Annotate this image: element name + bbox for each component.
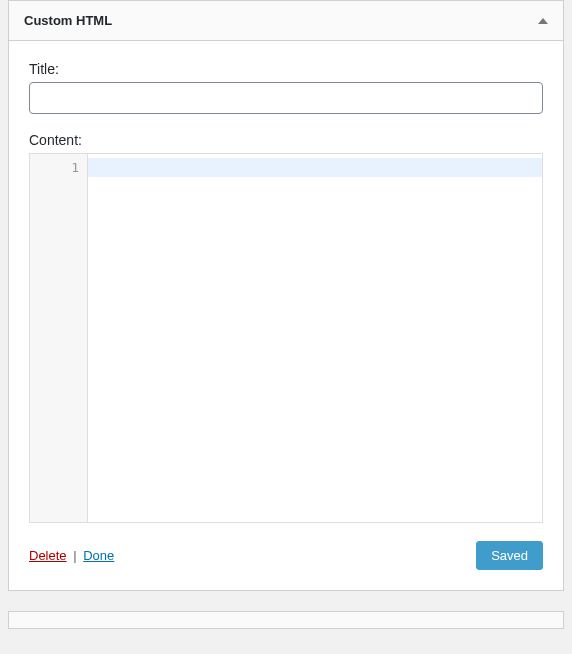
saved-button[interactable]: Saved (476, 541, 543, 570)
title-field-group: Title: (29, 61, 543, 114)
line-number: 1 (30, 158, 87, 178)
content-textarea[interactable] (88, 154, 542, 522)
done-link[interactable]: Done (83, 548, 114, 563)
widget-container: Custom HTML Title: Content: 1 Delete | (8, 0, 564, 591)
widget-body: Title: Content: 1 Delete | Done Saved (9, 41, 563, 590)
widget-footer: Delete | Done Saved (29, 541, 543, 570)
title-input[interactable] (29, 82, 543, 114)
next-widget-header[interactable] (8, 611, 564, 629)
delete-link[interactable]: Delete (29, 548, 67, 563)
widget-header[interactable]: Custom HTML (9, 1, 563, 41)
collapse-icon (538, 18, 548, 24)
footer-links: Delete | Done (29, 548, 114, 563)
title-label: Title: (29, 61, 543, 77)
content-field-group: Content: 1 (29, 132, 543, 523)
code-editor: 1 (29, 153, 543, 523)
code-area (88, 154, 542, 522)
widget-title: Custom HTML (24, 13, 112, 28)
code-gutter: 1 (30, 154, 88, 522)
link-separator: | (73, 548, 76, 563)
content-label: Content: (29, 132, 543, 148)
